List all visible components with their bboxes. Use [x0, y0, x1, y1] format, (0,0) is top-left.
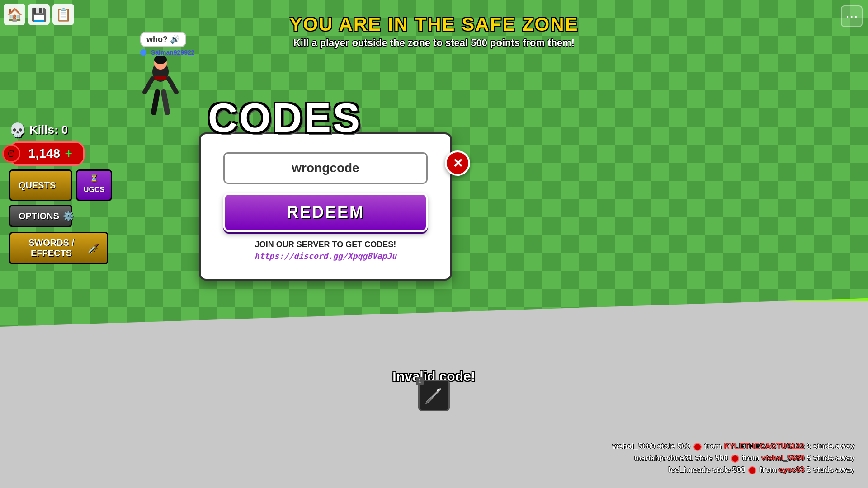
chat-entry-1: mariahjovhne31 stole 500 from vishal_568… — [634, 454, 854, 463]
left-hud: 💀 Kills: 0 ⏱ 1,148 + QUESTS ⏳ UGCS OPTIO… — [9, 122, 112, 264]
join-server-text: JOIN OUR SERVER TO GET CODES! — [223, 240, 428, 249]
ugcs-timer-icon: ⏳ — [90, 174, 99, 182]
svg-line-6 — [154, 92, 157, 113]
top-banner: YOU ARE IN THE SAFE ZONE Kill a player o… — [0, 14, 868, 49]
chat-log: vishal_5689 stole 500 from KYLETHECACTUS… — [612, 442, 854, 474]
player-indicator — [140, 49, 146, 56]
health-icon: ⏱ — [2, 145, 20, 163]
options-button[interactable]: OPTIONS ⚙️ — [9, 205, 72, 227]
quests-button[interactable]: QUESTS — [9, 169, 72, 201]
codes-modal-box: ✕ REDEEM JOIN OUR SERVER TO GET CODES! h… — [199, 132, 452, 281]
toolbar-item[interactable]: 1 — [418, 380, 450, 411]
code-input[interactable] — [223, 152, 428, 184]
health-background: ⏱ 1,148 + — [9, 141, 85, 166]
bottom-toolbar: 1 — [418, 380, 450, 411]
kills-display: 💀 Kills: 0 — [9, 122, 112, 138]
codes-title: CODES — [208, 95, 452, 141]
svg-line-4 — [145, 79, 152, 92]
player-name: Salman929922 — [151, 49, 195, 56]
chat-entry-0: vishal_5689 stole 500 from KYLETHECACTUS… — [612, 442, 854, 451]
clock-icon-2 — [748, 466, 756, 474]
gear-icon: ⚙️ — [63, 211, 74, 221]
hud-row-quests: QUESTS ⏳ UGCS — [9, 169, 112, 201]
svg-line-5 — [169, 79, 176, 92]
svg-rect-3 — [154, 76, 167, 80]
toolbar-badge: 1 — [416, 377, 424, 385]
health-value: 1,148 — [28, 146, 60, 160]
close-button[interactable]: ✕ — [445, 150, 470, 176]
chat-entry-2: IceLimeade stole 500 from eysc63 3 studs… — [669, 465, 854, 474]
health-bar: ⏱ 1,148 + — [9, 141, 112, 166]
safe-zone-title: YOU ARE IN THE SAFE ZONE — [0, 14, 868, 35]
swords-effects-button[interactable]: SWORDS / EFFECTS 🗡️ — [9, 232, 108, 264]
discord-link[interactable]: https://discord.gg/Xpqg8VapJu — [223, 251, 428, 261]
health-plus: + — [65, 146, 72, 160]
ugcs-button[interactable]: ⏳ UGCS — [76, 169, 112, 201]
speech-bubble: who? 🔊 — [140, 32, 186, 47]
clock-icon-1 — [731, 455, 739, 463]
safe-zone-subtitle: Kill a player outside the zone to steal … — [0, 37, 868, 49]
skull-icon: 💀 — [9, 122, 26, 138]
kills-label: Kills: 0 — [29, 123, 68, 137]
hud-row-options: OPTIONS ⚙️ — [9, 205, 112, 227]
player-sprite — [140, 56, 181, 115]
player-area: who? 🔊 Salman929922 — [140, 32, 195, 117]
redeem-button[interactable]: REDEEM — [223, 193, 428, 232]
clock-icon-0 — [693, 443, 702, 451]
svg-line-7 — [164, 92, 167, 113]
sword-toolbar-icon — [424, 385, 444, 405]
sword-icon: 🗡️ — [88, 243, 99, 253]
codes-modal-container: CODES ✕ REDEEM JOIN OUR SERVER TO GET CO… — [199, 95, 452, 281]
